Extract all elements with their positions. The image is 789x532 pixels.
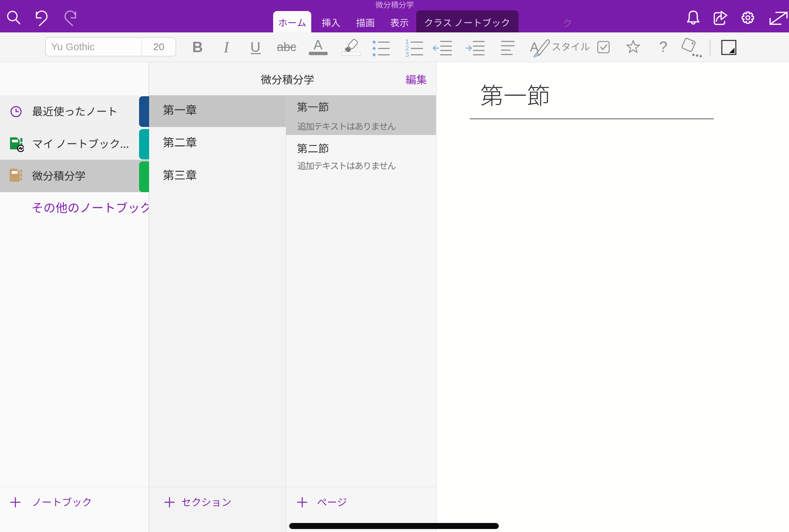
svg-text:3: 3 [405,51,409,57]
